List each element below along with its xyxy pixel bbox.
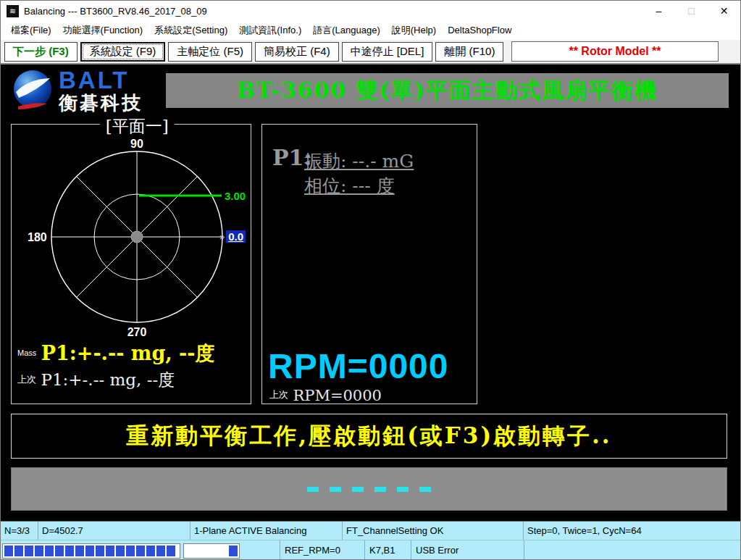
plane-chart-panel: [平面一] 90 180 270 3.00 » 0.0 Mass — [11, 124, 251, 404]
status-d: D=4502.7 — [38, 522, 191, 540]
cursor-value[interactable]: 0.0 — [226, 230, 246, 243]
app-window: ≋ Balancing --- BT3600_RV8.46_2017_08_09… — [0, 0, 741, 560]
last-rpm-readout: 上次 RPM=0000 — [269, 387, 382, 404]
menubar: 檔案(File) 功能選擇(Function) 系統設定(Setting) 測試… — [1, 21, 740, 40]
maximize-button[interactable]: □ — [675, 1, 708, 21]
mass-value: P1:+-.-- mg, --度 — [41, 342, 215, 364]
logo-text: BALT 衡碁科技 — [59, 69, 143, 114]
next-step-button[interactable]: 下一步 (F3) — [4, 42, 78, 62]
last-rpm-prefix-label: 上次 — [269, 389, 288, 400]
exit-button[interactable]: 離開 (F10) — [435, 42, 503, 62]
status-mode: 1-Plane ACTIVE Balancing — [191, 522, 343, 540]
message-bar: 重新動平衡工作,壓啟動鈕(或F3)啟動轉子.. — [11, 414, 727, 459]
window-controls: – □ ✕ — [642, 1, 740, 21]
status-usb: USB Error — [411, 540, 524, 560]
rotor-model-button[interactable]: ** Rotor Model ** — [511, 41, 719, 62]
balt-sphere-icon — [12, 69, 53, 115]
chart-center-dot — [131, 231, 143, 243]
close-button[interactable]: ✕ — [708, 1, 740, 21]
menu-item-help[interactable]: 說明(Help) — [386, 22, 442, 39]
reading-panel: P1: 振動: --.- mG 相位: --- 度 RPM=0000 上次 RP… — [261, 124, 477, 404]
angle-label-270: 270 — [127, 326, 147, 338]
status-channel: K7,B1 — [365, 540, 411, 560]
toolbar: 下一步 (F3) 系統設定 (F9) 主軸定位 (F5) 簡易校正 (F4) 中… — [1, 40, 740, 64]
last-rpm-value: RPM=0000 — [293, 387, 381, 404]
progress-area — [11, 467, 727, 511]
status-n: N=3/3 — [1, 522, 38, 540]
titlebar: ≋ Balancing --- BT3600_RV8.46_2017_08_09… — [1, 1, 740, 21]
menu-item-deltashopflow[interactable]: DeltaShopFlow — [442, 22, 517, 39]
easy-calibration-button[interactable]: 簡易校正 (F4) — [255, 42, 339, 62]
scale-label: 3.00 — [225, 190, 246, 202]
rpm-display: RPM=0000 — [268, 349, 448, 384]
spindle-position-button[interactable]: 主軸定位 (F5) — [168, 42, 252, 62]
main-display: BALT 衡碁科技 BT-3600 雙(單)平面主動式風扇平衡機 [平面一] 9… — [1, 64, 741, 521]
menu-item-file[interactable]: 檔案(File) — [5, 22, 57, 39]
logo-brand: BALT — [59, 69, 143, 92]
menu-item-setting[interactable]: 系統設定(Setting) — [148, 22, 233, 39]
last-mass-readout: 上次 P1:+-.-- mg, --度 — [17, 369, 175, 391]
minimize-button[interactable]: – — [642, 1, 675, 21]
app-icon: ≋ — [7, 5, 19, 17]
progress-bar-secondary — [183, 543, 240, 559]
menu-item-function[interactable]: 功能選擇(Function) — [57, 22, 149, 39]
vibration-readout: 振動: --.- mG — [304, 149, 414, 173]
angle-label-180: 180 — [28, 231, 47, 243]
status-step: Step=0, Twice=1, CycN=64 — [524, 522, 741, 540]
system-setting-button[interactable]: 系統設定 (F9) — [80, 42, 166, 62]
angle-label-90: 90 — [130, 138, 143, 150]
bottom-bar: REF_RPM=0 K7,B1 USB Error — [1, 540, 741, 560]
status-ft-channel: FT_ChannelSetting OK — [343, 522, 524, 540]
logo-company: 衡碁科技 — [59, 92, 143, 114]
status-bar: N=3/3 D=4502.7 1-Plane ACTIVE Balancing … — [1, 521, 741, 540]
machine-title-banner: BT-3600 雙(單)平面主動式風扇平衡機 — [166, 73, 729, 108]
cursor-readout: » 0.0 — [219, 230, 246, 243]
progress-dashes — [307, 487, 431, 492]
mass-prefix-label: Mass — [17, 348, 36, 357]
window-title: Balancing --- BT3600_RV8.46_2017_08_09 — [24, 6, 207, 17]
last-mass-prefix-label: 上次 — [17, 374, 36, 385]
polar-chart: 90 180 270 3.00 — [12, 125, 252, 351]
mass-readout: Mass P1:+-.-- mg, --度 — [17, 340, 215, 367]
balt-logo: BALT 衡碁科技 — [12, 69, 143, 115]
stop-button[interactable]: 中途停止 [DEL] — [342, 42, 433, 62]
menu-item-info[interactable]: 測試資訊(Info.) — [233, 22, 307, 39]
phase-readout: 相位: --- 度 — [304, 174, 395, 198]
cursor-arrow-icon: » — [219, 231, 225, 242]
last-mass-value: P1:+-.-- mg, --度 — [41, 370, 175, 389]
status-ref-rpm: REF_RPM=0 — [280, 540, 365, 560]
progress-bar-main — [2, 543, 180, 559]
menu-item-language[interactable]: 語言(Language) — [307, 22, 386, 39]
